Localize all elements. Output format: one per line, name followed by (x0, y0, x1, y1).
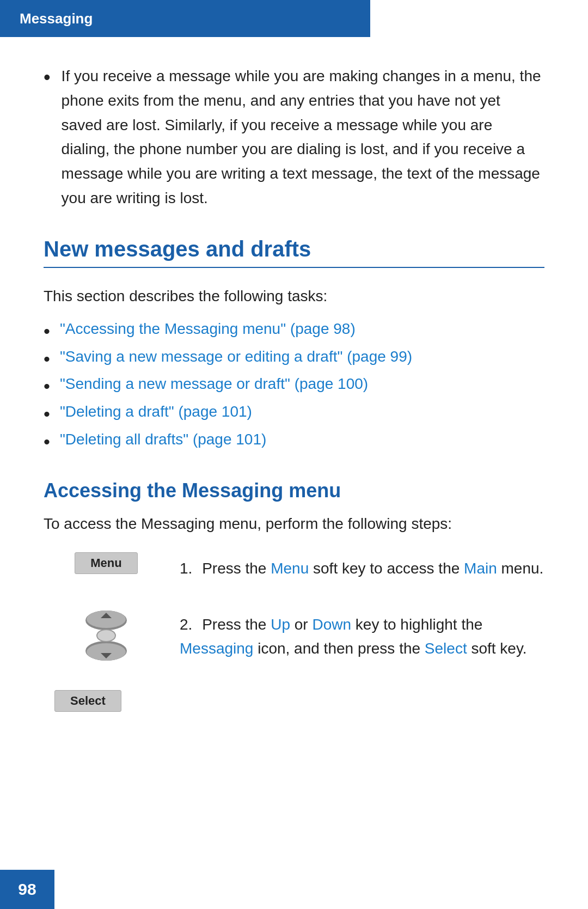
page-number: 98 (18, 880, 36, 899)
header-bar: Messaging (0, 0, 370, 37)
list-item: • "Saving a new message or editing a dra… (44, 348, 544, 370)
list-item: • "Accessing the Messaging menu" (page 9… (44, 320, 544, 343)
toc-link-1[interactable]: "Accessing the Messaging menu" (page 98) (60, 320, 356, 343)
list-item: • "Sending a new message or draft" (page… (44, 375, 544, 398)
step-2-messaging-link: Messaging (180, 640, 253, 657)
intro-bullet-item: • If you receive a message while you are… (44, 64, 544, 211)
footer: 98 (0, 870, 54, 909)
steps-container: Menu 1. Press the Menu soft key to acces… (54, 552, 544, 663)
step-1-text-suffix: menu. (497, 560, 544, 577)
step-1-text: 1. Press the Menu soft key to access the… (180, 552, 544, 581)
menu-button-image: Menu (75, 552, 137, 574)
step-2-up-link: Up (271, 616, 290, 633)
step-1-text-prefix: Press the (202, 560, 271, 577)
toc-bullet: • (44, 320, 50, 343)
toc-link-2[interactable]: "Saving a new message or editing a draft… (60, 348, 412, 370)
step-2-or: or (290, 616, 312, 633)
toc-bullet: • (44, 431, 50, 453)
toc-link-3[interactable]: "Sending a new message or draft" (page 1… (60, 375, 368, 398)
step-2-down-link: Down (312, 616, 351, 633)
step-2-row: 2. Press the Up or Down key to highlight… (54, 608, 544, 663)
section-intro: This section describes the following tas… (44, 288, 544, 305)
step-2-icon (54, 608, 158, 663)
select-button-image: Select (54, 690, 121, 712)
subsection-intro: To access the Messaging menu, perform th… (44, 515, 544, 533)
svg-point-7 (97, 630, 115, 641)
step-1-text-mid: soft key to access the (309, 560, 464, 577)
step-1-row: Menu 1. Press the Menu soft key to acces… (54, 552, 544, 581)
toc-link-4[interactable]: "Deleting a draft" (page 101) (60, 403, 252, 425)
step-2-softkey: soft key. (467, 640, 527, 657)
select-button-row: Select (54, 690, 544, 712)
subsection-heading: Accessing the Messaging menu (44, 479, 544, 502)
toc-bullet: • (44, 375, 50, 398)
step-1-main-link: Main (464, 560, 497, 577)
bullet-dot: • (44, 65, 51, 211)
section-heading: New messages and drafts (44, 237, 544, 268)
header-title: Messaging (20, 10, 93, 27)
step-2-highlight: key to highlight the (351, 616, 482, 633)
toc-link-5[interactable]: "Deleting all drafts" (page 101) (60, 431, 266, 453)
step-1-menu-link: Menu (271, 560, 309, 577)
step-2-text: 2. Press the Up or Down key to highlight… (180, 608, 544, 662)
main-content: • If you receive a message while you are… (0, 37, 588, 755)
toc-list: • "Accessing the Messaging menu" (page 9… (44, 320, 544, 453)
nav-key-icon (71, 608, 142, 663)
step-1-icon: Menu (54, 552, 158, 574)
list-item: • "Deleting all drafts" (page 101) (44, 431, 544, 453)
step-2-select-link: Select (425, 640, 467, 657)
step-2-icon-text: icon, and then press the (253, 640, 424, 657)
step-2-press: Press the (202, 616, 271, 633)
step-2-number: 2. (180, 616, 192, 633)
list-item: • "Deleting a draft" (page 101) (44, 403, 544, 425)
step-1-number: 1. (180, 560, 192, 577)
intro-bullet-text: If you receive a message while you are m… (62, 64, 544, 211)
toc-bullet: • (44, 403, 50, 425)
toc-bullet: • (44, 348, 50, 370)
